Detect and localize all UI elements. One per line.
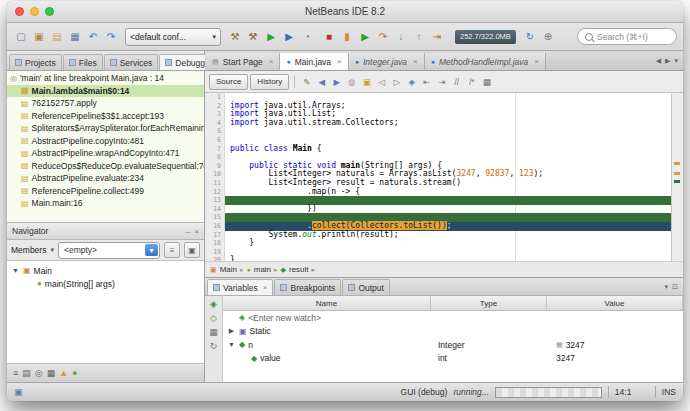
apply-code-changes-icon[interactable]: ↻ [522,29,538,45]
callstack-item[interactable]: ▤762152757.apply [7,97,204,110]
expander-icon[interactable]: ▼ [11,267,20,274]
line-number[interactable]: 16 [205,222,225,231]
members-select-label[interactable]: Members [11,245,46,255]
scroll-tabs-right-icon[interactable]: ▶ [665,57,670,65]
close-panel-icon[interactable]: × [194,227,199,236]
line-number[interactable]: 5 [205,127,225,136]
callstack-item[interactable]: ▤Main.main:16 [7,197,204,210]
panel-tab-files[interactable]: Files [63,54,103,70]
breadcrumb-item[interactable]: result [289,265,309,274]
close-tab-icon[interactable]: × [269,57,274,66]
line-number[interactable]: 1 [205,93,225,102]
code-line[interactable]: System.out.println(result); [225,231,671,240]
code-line[interactable] [225,127,671,136]
variable-type-cell[interactable]: int [433,353,548,363]
bottom-tab-output[interactable]: Output [342,279,390,295]
save-all-icon[interactable]: ▦ [67,29,83,45]
editor-tab-main-java[interactable]: ●Main.java× [280,53,348,70]
toggle-bookmark-icon[interactable]: ◈ [405,77,418,87]
minimize-panel-icon[interactable]: ▾ [665,283,669,291]
line-number[interactable]: 15 [205,213,225,222]
refresh-view-icon[interactable]: ↻ [210,341,218,351]
value-history-icon[interactable]: ▦ [556,341,563,349]
tab-list-icon[interactable]: ▾ [674,57,678,65]
line-number[interactable]: 9 [205,162,225,171]
code-area[interactable]: 12import java.util.Arrays;3import java.u… [205,93,671,261]
output-window-icon[interactable]: ≡ [13,368,18,378]
sort-members-button[interactable]: ≡ [164,242,180,258]
line-number[interactable]: 8 [205,153,225,162]
code-line[interactable]: .map(n -> { [225,188,671,197]
files-window-icon[interactable]: ▤ [22,368,31,378]
callstack-item[interactable]: ▤ReferencePipeline$3$1.accept:193 [7,110,204,123]
tasks-window-icon[interactable]: ▦ [47,368,56,378]
variable-name-cell[interactable]: ▶▣Static [223,326,433,336]
expander-icon[interactable]: ▼ [227,341,236,348]
error-stripe-mark[interactable] [674,180,680,183]
scroll-tabs-left-icon[interactable]: ◀ [656,57,661,65]
panel-tab-services[interactable]: Services [104,54,159,70]
code-line[interactable]: } [225,256,671,261]
line-number[interactable]: 13 [205,196,225,205]
combo-arrow-icon[interactable]: ▼ [145,244,158,256]
shift-left-icon[interactable]: ⇤ [420,77,433,87]
forward-icon[interactable]: ▶ [330,77,343,87]
column-header-type[interactable]: Type [431,296,547,310]
line-number[interactable]: 19 [205,248,225,257]
line-number[interactable]: 17 [205,231,225,240]
history-view-button[interactable]: History [250,74,289,90]
finish-debugger-icon[interactable]: ■ [321,29,337,45]
line-number[interactable]: 11 [205,179,225,188]
run-project-icon[interactable]: ▶ [263,29,279,45]
code-line[interactable]: public class Main { [225,145,671,154]
editor-tab-start-page[interactable]: ▤Start Page× [206,53,280,70]
float-panel-icon[interactable]: ⊡ [672,283,678,291]
search-results-icon[interactable]: ◎ [35,368,43,378]
close-tab-icon[interactable]: × [263,283,268,292]
column-header-name[interactable]: Name [223,296,431,310]
variable-name-cell[interactable]: ▼◆n [223,340,433,350]
step-over-icon[interactable]: ↷ [375,29,391,45]
line-number[interactable]: 7 [205,145,225,154]
variable-name-cell[interactable]: ◆value [223,353,433,363]
zoom-window-button[interactable] [45,7,54,16]
line-number[interactable]: 12 [205,188,225,197]
column-header-value[interactable]: Value [547,296,683,310]
callstack-item[interactable]: ▤AbstractPipeline.copyInto:481 [7,135,204,148]
navigator-item[interactable]: ▼▣Main [7,264,204,277]
minimize-panel-icon[interactable]: – [186,227,190,236]
variable-value-cell[interactable]: ▦3247 [548,340,683,350]
navigator-item[interactable]: ●main(String[] args) [7,277,204,290]
callstack-item[interactable]: ▤AbstractPipeline.evaluate:234 [7,172,204,185]
line-number[interactable]: 4 [205,119,225,128]
evaluate-expression-icon[interactable]: ◇ [210,313,217,323]
variables-row[interactable]: ◈<Enter new watch> [223,311,683,325]
profile-project-icon[interactable]: ◔ [299,29,315,45]
next-bookmark-icon[interactable]: ▷ [390,77,403,87]
breadcrumb-item[interactable]: main [254,265,271,274]
variables-row[interactable]: ▼◆nInteger▦3247 [223,338,683,352]
callstack-item[interactable]: ▤Spliterators$ArraySpliterator.forEachRe… [7,122,204,135]
line-number[interactable]: 10 [205,170,225,179]
memory-indicator[interactable]: 252.7/322.0MB [455,30,516,44]
search-box[interactable]: Search (⌘+I) [577,28,677,45]
close-tab-icon[interactable]: × [534,57,539,66]
pause-icon[interactable]: ▮ [339,29,355,45]
callstack-item[interactable]: ◎'main' at line breakpoint Main.java : 1… [7,72,204,85]
line-number[interactable]: 6 [205,136,225,145]
last-edit-icon[interactable]: ✎ [300,77,313,87]
redo-icon[interactable]: ↷ [103,29,119,45]
shift-right-icon[interactable]: ⇥ [435,77,448,87]
line-number[interactable]: 3 [205,110,225,119]
step-into-icon[interactable]: ↓ [393,29,409,45]
run-to-cursor-icon[interactable]: ⇥ [429,29,445,45]
code-line[interactable] [225,248,671,257]
code-line[interactable]: } [225,239,671,248]
source-view-button[interactable]: Source [209,74,248,90]
new-project-icon[interactable]: ▣ [31,29,47,45]
variables-row[interactable]: ▶▣Static [223,325,683,339]
variable-name-cell[interactable]: ◈<Enter new watch> [223,313,433,323]
callstack-item[interactable]: ▤ReferencePipeline.collect:499 [7,185,204,198]
minimize-window-button[interactable] [30,7,39,16]
bottom-tab-variables[interactable]: Variables× [207,279,273,295]
